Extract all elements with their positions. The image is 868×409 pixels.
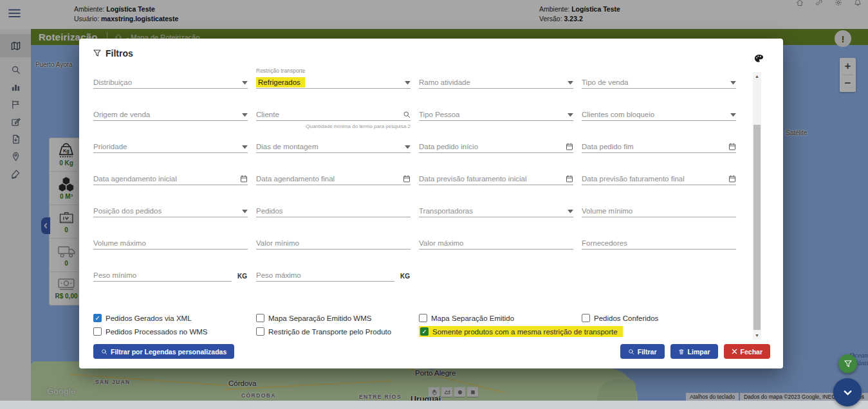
filter-by-legends-button[interactable]: Filtrar por Legendas personalizadas	[93, 344, 234, 359]
field-sublabel: Restrição transporte	[256, 68, 306, 74]
modal-title: Filtros	[93, 48, 133, 59]
checkbox-pedidos-processados-no-wms[interactable]: Pedidos Processados no WMS	[93, 327, 256, 336]
dropdown-icon[interactable]	[730, 81, 736, 86]
field-distribuicao[interactable]: Distribuiçao	[93, 77, 256, 109]
dropdown-icon[interactable]	[568, 210, 573, 215]
checkbox-label: Restrição de Transporte pelo Produto	[268, 328, 391, 336]
modal-scrollbar[interactable]: ▲ ▼	[753, 72, 761, 340]
filter-row: Data agendamento inicialData agendamento…	[93, 174, 744, 206]
dropdown-icon[interactable]	[730, 113, 736, 118]
field-data-agendamento-final[interactable]: Data agendamento final	[256, 174, 419, 206]
bottom-strip	[0, 401, 868, 409]
checkbox-somente-produtos-com-a-mesma-restricao-de-transporte[interactable]: ✓Somente produtos com a mesma restrição …	[419, 326, 623, 337]
filter-form: DistribuiçaoRestrição transporteRefriger…	[93, 77, 744, 302]
field-fornecedores[interactable]: Fornecedores	[582, 238, 744, 270]
dropdown-icon[interactable]	[405, 81, 411, 86]
field-valor-maximo[interactable]: Valor máximo	[419, 238, 582, 270]
field-value: Refrigerados	[256, 77, 305, 87]
field-volume-minimo[interactable]: Volume mínimo	[582, 206, 744, 238]
field-placeholder: Volume máximo	[93, 239, 146, 247]
palette-icon[interactable]	[754, 54, 764, 63]
app-root: Ambiente: Logística Teste Usuário: maxst…	[0, 0, 868, 409]
calendar-icon[interactable]	[728, 175, 736, 183]
map-filter-fab[interactable]	[838, 354, 857, 373]
field-valor-minimo[interactable]: Valor mínimo	[256, 238, 419, 270]
field-ramo-atividade[interactable]: Ramo atividade	[419, 77, 582, 109]
field-tipo-de-venda[interactable]: Tipo de venda	[582, 77, 744, 109]
field-posicao-dos-pedidos[interactable]: Posição dos pedidos	[93, 206, 256, 238]
calendar-icon[interactable]	[566, 143, 573, 150]
checkbox[interactable]	[256, 327, 264, 336]
field-data-agendamento-inicial[interactable]: Data agendamento inicial	[93, 174, 256, 206]
field-tipo-pessoa[interactable]: Tipo Pessoa	[419, 109, 582, 141]
checkbox[interactable]	[582, 314, 590, 322]
checkbox-label: Pedidos Conferidos	[594, 314, 658, 322]
checkbox-mapa-separacao-emitido-wms[interactable]: Mapa Separação Emitido WMS	[256, 314, 419, 322]
field-placeholder: Dias de montagem	[256, 143, 319, 150]
field-cliente[interactable]: ClienteQuantidade mínima do termo para p…	[256, 109, 419, 141]
scroll-down-button[interactable]: ▼	[753, 331, 761, 340]
scrollbar-track[interactable]	[753, 80, 761, 331]
search-icon	[101, 349, 107, 355]
button-label: Filtrar por Legendas personalizadas	[111, 348, 226, 356]
checkbox-restricao-de-transporte-pelo-produto[interactable]: Restrição de Transporte pelo Produto	[256, 327, 419, 336]
unit-suffix: KG	[400, 273, 410, 280]
trash-icon	[678, 349, 685, 355]
field-helper: Quantidade mínima do termo para pesquisa…	[306, 123, 411, 129]
calendar-icon[interactable]	[403, 175, 411, 183]
field-restricao-transporte[interactable]: Restrição transporteRefrigerados	[256, 77, 419, 109]
checkbox-pedidos-gerados-via-xml[interactable]: ✓Pedidos Gerados via XML	[93, 314, 256, 322]
field-placeholder: Data pedido fim	[582, 143, 634, 150]
filter-row: PrioridadeDias de montagemData pedido in…	[93, 141, 744, 174]
fechar-button[interactable]: Fechar	[724, 344, 770, 359]
calendar-icon[interactable]	[566, 175, 573, 183]
checkbox[interactable]: ✓	[93, 314, 102, 322]
dropdown-icon[interactable]	[242, 113, 248, 118]
filter-row: Origem de vendaClienteQuantidade mínima …	[93, 109, 744, 141]
field-dias-de-montagem[interactable]: Dias de montagem	[256, 141, 419, 174]
field-placeholder: Tipo Pessoa	[419, 111, 460, 118]
field-transportadoras[interactable]: Transportadoras	[419, 206, 582, 238]
checkbox-label: Mapa Separação Emitido WMS	[268, 314, 371, 322]
collapse-fab[interactable]	[833, 378, 862, 406]
dropdown-icon[interactable]	[568, 113, 573, 118]
calendar-icon[interactable]	[240, 175, 248, 183]
dropdown-icon[interactable]	[242, 145, 248, 150]
field-data-previsao-faturamento-inicial[interactable]: Data previsão faturamento inicial	[419, 174, 582, 206]
field-volume-maximo[interactable]: Volume máximo	[93, 238, 256, 270]
limpar-button[interactable]: Limpar	[670, 344, 718, 359]
checkbox[interactable]	[419, 314, 427, 322]
checkbox-label: Mapa Separação Emitido	[431, 314, 514, 322]
field-placeholder: Pedidos	[256, 207, 283, 215]
scrollbar-thumb[interactable]	[753, 125, 761, 330]
dropdown-icon[interactable]	[405, 145, 411, 150]
filter-row: DistribuiçaoRestrição transporteRefriger…	[93, 77, 744, 109]
checkbox[interactable]: ✓	[420, 327, 429, 336]
field-clientes-com-bloqueio[interactable]: Clientes com bloqueio	[582, 109, 744, 141]
field-data-pedido-fim[interactable]: Data pedido fim	[582, 141, 744, 174]
field-placeholder: Volume mínimo	[582, 207, 633, 215]
checkbox-pedidos-conferidos[interactable]: Pedidos Conferidos	[582, 314, 744, 322]
dropdown-icon[interactable]	[568, 81, 573, 86]
field-data-previsao-faturamento-final[interactable]: Data previsão faturamento final	[582, 174, 744, 206]
checkbox-row: ✓Pedidos Gerados via XMLMapa Separação E…	[93, 311, 744, 325]
field-origem-de-venda[interactable]: Origem de venda	[93, 109, 256, 141]
calendar-icon[interactable]	[728, 143, 736, 150]
filter-row: Posição dos pedidosPedidosTransportadora…	[93, 206, 744, 238]
checkbox-mapa-separacao-emitido[interactable]: Mapa Separação Emitido	[419, 314, 582, 322]
dropdown-icon[interactable]	[242, 81, 248, 86]
checkbox[interactable]	[256, 314, 264, 322]
scroll-up-button[interactable]: ▲	[753, 72, 761, 80]
dropdown-icon[interactable]	[242, 210, 248, 215]
search-icon[interactable]	[403, 111, 411, 118]
field-peso-maximo[interactable]: Peso máximoKG	[256, 270, 419, 302]
field-data-pedido-inicio[interactable]: Data pedido início	[419, 141, 582, 174]
checkbox[interactable]	[93, 327, 102, 336]
field-pedidos[interactable]: Pedidos	[256, 206, 419, 238]
field-placeholder: Distribuiçao	[93, 78, 132, 86]
field-placeholder: Transportadoras	[419, 207, 473, 215]
close-icon	[732, 349, 737, 354]
field-prioridade[interactable]: Prioridade	[93, 141, 256, 174]
field-peso-minimo[interactable]: Peso mínimoKG	[93, 270, 256, 302]
filtrar-button[interactable]: Filtrar	[620, 344, 665, 359]
